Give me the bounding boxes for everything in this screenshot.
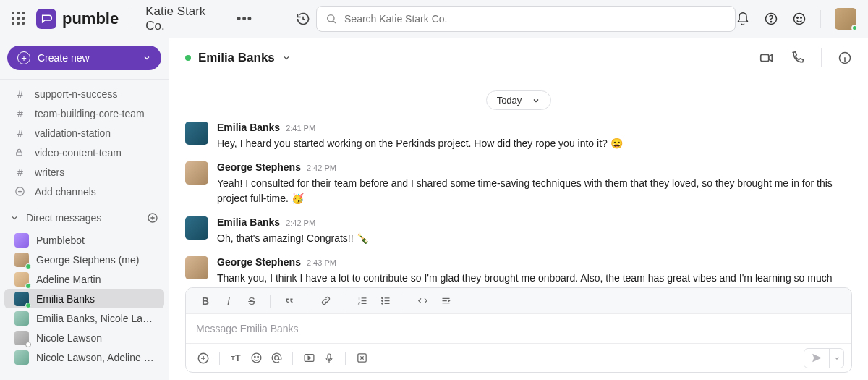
divider <box>132 9 132 28</box>
avatar <box>14 272 29 287</box>
channel-item[interactable]: #support-n-success <box>4 84 164 104</box>
notifications-icon[interactable] <box>736 12 750 26</box>
svg-point-12 <box>381 300 383 302</box>
presence-indicator-icon <box>25 303 31 308</box>
hash-icon: # <box>14 166 26 178</box>
conversation-header: Emilia Banks <box>169 38 868 77</box>
chevron-down-icon <box>282 54 291 62</box>
channel-item[interactable]: #team-building-core-team <box>4 104 164 123</box>
svg-rect-9 <box>761 54 769 61</box>
search-icon <box>326 13 337 25</box>
plus-circle-icon: + <box>17 51 30 64</box>
top-bar: pumble Katie Stark Co. ••• <box>0 0 868 38</box>
emoji-picker-icon[interactable] <box>246 348 266 368</box>
composer-bottom-toolbar: TT <box>186 343 851 372</box>
dm-item[interactable]: Emilia Banks <box>4 289 164 308</box>
divider <box>820 10 821 28</box>
brand-name: pumble <box>62 9 119 28</box>
composer-format-toolbar: B I S <box>186 288 851 314</box>
workspace-name[interactable]: Katie Stark Co. <box>145 4 228 33</box>
composer-input[interactable] <box>186 314 851 343</box>
dm-item[interactable]: Emilia Banks, Nicole Lawson <box>4 308 164 328</box>
chevron-down-icon <box>532 96 540 105</box>
message-list[interactable]: Today Emilia Banks2:41 PMHey, I heard yo… <box>169 77 868 287</box>
attach-icon[interactable] <box>193 348 213 368</box>
svg-point-2 <box>770 22 771 22</box>
dm-section-header[interactable]: Direct messages <box>0 206 169 230</box>
channel-label: support-n-success <box>35 88 117 100</box>
message-author: George Stephens <box>217 256 301 268</box>
bullet-list-icon[interactable] <box>376 292 395 311</box>
plus-circle-icon <box>14 186 26 197</box>
text-format-icon[interactable]: TT <box>226 348 246 368</box>
channel-item[interactable]: #writers <box>4 162 164 182</box>
presence-indicator-icon <box>185 55 191 61</box>
hash-icon: # <box>14 108 26 119</box>
avatar <box>14 331 29 345</box>
svg-point-15 <box>252 353 261 363</box>
dm-label: Emilia Banks <box>36 293 157 305</box>
dm-item[interactable]: Adeline Martin <box>4 269 164 289</box>
dm-item[interactable]: Nicole Lawson <box>4 328 164 347</box>
dm-label: Emilia Banks, Nicole Lawson <box>36 313 157 324</box>
channel-label: video-content-team <box>35 147 122 159</box>
sidebar: + Create new #support-n-success#team-bui… <box>0 38 169 380</box>
current-user-avatar[interactable] <box>835 8 856 30</box>
avatar <box>185 161 208 185</box>
add-dm-icon[interactable] <box>147 212 158 224</box>
microphone-icon[interactable] <box>319 348 339 368</box>
dm-item[interactable]: George Stephens (me) <box>4 250 164 269</box>
divider <box>821 48 822 67</box>
ordered-list-icon[interactable] <box>353 292 372 311</box>
message-composer: B I S <box>185 287 852 373</box>
info-icon[interactable] <box>838 51 852 65</box>
message-text: Oh, that's amazing! Congrats!! 🍾 <box>217 231 852 246</box>
quote-icon[interactable] <box>279 292 298 311</box>
bold-icon[interactable]: B <box>196 292 215 311</box>
voice-call-icon[interactable] <box>791 51 805 65</box>
message-time: 2:42 PM <box>286 219 315 227</box>
channel-label: validation-station <box>35 127 111 139</box>
message-author: Emilia Banks <box>217 216 280 228</box>
code-block-icon[interactable] <box>436 292 455 311</box>
create-new-button[interactable]: + Create new <box>7 46 161 70</box>
history-icon[interactable] <box>296 12 310 26</box>
send-button[interactable] <box>804 349 829 368</box>
channel-item[interactable]: video-content-team <box>4 143 164 162</box>
avatar <box>14 233 29 248</box>
add-channels-button[interactable]: Add channels <box>4 182 164 201</box>
strikethrough-icon[interactable]: S <box>242 292 261 311</box>
mention-icon[interactable] <box>266 348 286 368</box>
video-call-icon[interactable] <box>759 50 775 66</box>
dm-item[interactable]: Nicole Lawson, Adeline Mar... <box>4 347 164 367</box>
help-icon[interactable] <box>764 12 778 26</box>
workspace-menu-icon[interactable]: ••• <box>237 12 252 27</box>
svg-point-16 <box>254 356 255 357</box>
avatar <box>14 311 29 326</box>
presence-indicator-icon <box>25 283 31 289</box>
search-field[interactable] <box>344 13 726 25</box>
svg-point-4 <box>797 17 799 19</box>
svg-point-3 <box>794 14 805 25</box>
search-input[interactable] <box>316 6 736 32</box>
link-icon[interactable] <box>316 292 335 311</box>
shortcut-icon[interactable] <box>352 348 372 368</box>
message-text: Yeah! I consulted for their team before … <box>217 176 852 206</box>
message: George Stephens2:42 PMYeah! I consulted … <box>185 161 852 206</box>
presence-indicator-icon <box>25 342 31 347</box>
channel-item[interactable]: #validation-station <box>4 123 164 143</box>
chevron-down-icon <box>10 214 19 222</box>
emoji-icon[interactable] <box>792 12 807 26</box>
message-text: Hey, I heard you started working on the … <box>217 136 852 151</box>
app-switcher-icon[interactable] <box>12 12 26 26</box>
conversation-panel: Emilia Banks <box>169 38 868 380</box>
italic-icon[interactable]: I <box>219 292 238 311</box>
code-icon[interactable] <box>413 292 432 311</box>
video-clip-icon[interactable] <box>299 348 319 368</box>
date-divider-button[interactable]: Today <box>486 90 552 110</box>
presence-indicator-icon <box>25 263 31 269</box>
dm-item[interactable]: Pumblebot <box>4 230 164 250</box>
send-options-button[interactable] <box>829 349 843 368</box>
chevron-down-icon <box>142 54 151 62</box>
conversation-title-button[interactable]: Emilia Banks <box>185 51 291 65</box>
